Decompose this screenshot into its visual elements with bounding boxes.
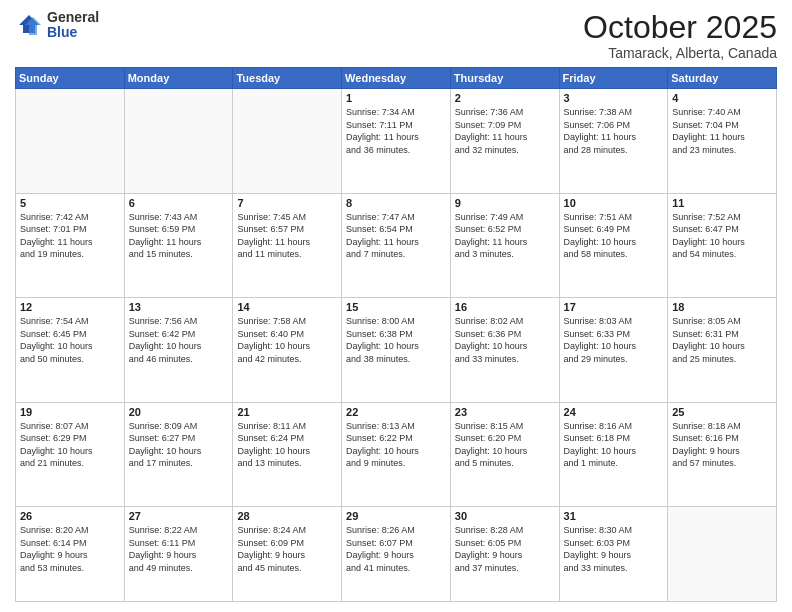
- table-row: 29Sunrise: 8:26 AM Sunset: 6:07 PM Dayli…: [342, 507, 451, 602]
- header: General Blue October 2025 Tamarack, Albe…: [15, 10, 777, 61]
- day-number: 19: [20, 406, 120, 418]
- table-row: 23Sunrise: 8:15 AM Sunset: 6:20 PM Dayli…: [450, 402, 559, 506]
- calendar-week-5: 26Sunrise: 8:20 AM Sunset: 6:14 PM Dayli…: [16, 507, 777, 602]
- page: General Blue October 2025 Tamarack, Albe…: [0, 0, 792, 612]
- table-row: 19Sunrise: 8:07 AM Sunset: 6:29 PM Dayli…: [16, 402, 125, 506]
- day-info: Sunrise: 8:22 AM Sunset: 6:11 PM Dayligh…: [129, 524, 229, 574]
- table-row: 6Sunrise: 7:43 AM Sunset: 6:59 PM Daylig…: [124, 193, 233, 297]
- day-number: 12: [20, 301, 120, 313]
- day-info: Sunrise: 8:18 AM Sunset: 6:16 PM Dayligh…: [672, 420, 772, 470]
- table-row: 27Sunrise: 8:22 AM Sunset: 6:11 PM Dayli…: [124, 507, 233, 602]
- day-info: Sunrise: 7:42 AM Sunset: 7:01 PM Dayligh…: [20, 211, 120, 261]
- table-row: 8Sunrise: 7:47 AM Sunset: 6:54 PM Daylig…: [342, 193, 451, 297]
- table-row: 11Sunrise: 7:52 AM Sunset: 6:47 PM Dayli…: [668, 193, 777, 297]
- day-number: 9: [455, 197, 555, 209]
- day-number: 22: [346, 406, 446, 418]
- day-info: Sunrise: 8:05 AM Sunset: 6:31 PM Dayligh…: [672, 315, 772, 365]
- day-number: 30: [455, 510, 555, 522]
- calendar: Sunday Monday Tuesday Wednesday Thursday…: [15, 67, 777, 602]
- day-number: 13: [129, 301, 229, 313]
- table-row: 5Sunrise: 7:42 AM Sunset: 7:01 PM Daylig…: [16, 193, 125, 297]
- day-info: Sunrise: 7:43 AM Sunset: 6:59 PM Dayligh…: [129, 211, 229, 261]
- table-row: 17Sunrise: 8:03 AM Sunset: 6:33 PM Dayli…: [559, 298, 668, 402]
- day-info: Sunrise: 8:11 AM Sunset: 6:24 PM Dayligh…: [237, 420, 337, 470]
- day-number: 15: [346, 301, 446, 313]
- day-info: Sunrise: 8:15 AM Sunset: 6:20 PM Dayligh…: [455, 420, 555, 470]
- day-info: Sunrise: 7:52 AM Sunset: 6:47 PM Dayligh…: [672, 211, 772, 261]
- day-number: 5: [20, 197, 120, 209]
- day-info: Sunrise: 8:16 AM Sunset: 6:18 PM Dayligh…: [564, 420, 664, 470]
- table-row: 7Sunrise: 7:45 AM Sunset: 6:57 PM Daylig…: [233, 193, 342, 297]
- day-number: 23: [455, 406, 555, 418]
- table-row: 21Sunrise: 8:11 AM Sunset: 6:24 PM Dayli…: [233, 402, 342, 506]
- day-number: 21: [237, 406, 337, 418]
- day-info: Sunrise: 8:30 AM Sunset: 6:03 PM Dayligh…: [564, 524, 664, 574]
- day-info: Sunrise: 7:58 AM Sunset: 6:40 PM Dayligh…: [237, 315, 337, 365]
- table-row: 16Sunrise: 8:02 AM Sunset: 6:36 PM Dayli…: [450, 298, 559, 402]
- day-info: Sunrise: 8:28 AM Sunset: 6:05 PM Dayligh…: [455, 524, 555, 574]
- table-row: 14Sunrise: 7:58 AM Sunset: 6:40 PM Dayli…: [233, 298, 342, 402]
- table-row: [16, 89, 125, 193]
- day-number: 18: [672, 301, 772, 313]
- day-info: Sunrise: 8:20 AM Sunset: 6:14 PM Dayligh…: [20, 524, 120, 574]
- table-row: 26Sunrise: 8:20 AM Sunset: 6:14 PM Dayli…: [16, 507, 125, 602]
- day-number: 16: [455, 301, 555, 313]
- table-row: 28Sunrise: 8:24 AM Sunset: 6:09 PM Dayli…: [233, 507, 342, 602]
- col-wednesday: Wednesday: [342, 68, 451, 89]
- day-info: Sunrise: 8:09 AM Sunset: 6:27 PM Dayligh…: [129, 420, 229, 470]
- table-row: 12Sunrise: 7:54 AM Sunset: 6:45 PM Dayli…: [16, 298, 125, 402]
- day-info: Sunrise: 7:47 AM Sunset: 6:54 PM Dayligh…: [346, 211, 446, 261]
- table-row: [124, 89, 233, 193]
- table-row: 1Sunrise: 7:34 AM Sunset: 7:11 PM Daylig…: [342, 89, 451, 193]
- table-row: 24Sunrise: 8:16 AM Sunset: 6:18 PM Dayli…: [559, 402, 668, 506]
- day-info: Sunrise: 7:34 AM Sunset: 7:11 PM Dayligh…: [346, 106, 446, 156]
- col-saturday: Saturday: [668, 68, 777, 89]
- day-info: Sunrise: 8:13 AM Sunset: 6:22 PM Dayligh…: [346, 420, 446, 470]
- day-number: 20: [129, 406, 229, 418]
- day-number: 8: [346, 197, 446, 209]
- table-row: [668, 507, 777, 602]
- day-info: Sunrise: 7:54 AM Sunset: 6:45 PM Dayligh…: [20, 315, 120, 365]
- calendar-week-4: 19Sunrise: 8:07 AM Sunset: 6:29 PM Dayli…: [16, 402, 777, 506]
- table-row: 9Sunrise: 7:49 AM Sunset: 6:52 PM Daylig…: [450, 193, 559, 297]
- day-info: Sunrise: 7:40 AM Sunset: 7:04 PM Dayligh…: [672, 106, 772, 156]
- col-tuesday: Tuesday: [233, 68, 342, 89]
- col-sunday: Sunday: [16, 68, 125, 89]
- day-number: 11: [672, 197, 772, 209]
- calendar-week-3: 12Sunrise: 7:54 AM Sunset: 6:45 PM Dayli…: [16, 298, 777, 402]
- table-row: 2Sunrise: 7:36 AM Sunset: 7:09 PM Daylig…: [450, 89, 559, 193]
- calendar-header-row: Sunday Monday Tuesday Wednesday Thursday…: [16, 68, 777, 89]
- table-row: 31Sunrise: 8:30 AM Sunset: 6:03 PM Dayli…: [559, 507, 668, 602]
- day-number: 6: [129, 197, 229, 209]
- day-info: Sunrise: 7:36 AM Sunset: 7:09 PM Dayligh…: [455, 106, 555, 156]
- table-row: 10Sunrise: 7:51 AM Sunset: 6:49 PM Dayli…: [559, 193, 668, 297]
- subtitle: Tamarack, Alberta, Canada: [583, 45, 777, 61]
- day-number: 25: [672, 406, 772, 418]
- day-number: 29: [346, 510, 446, 522]
- day-info: Sunrise: 8:24 AM Sunset: 6:09 PM Dayligh…: [237, 524, 337, 574]
- table-row: 4Sunrise: 7:40 AM Sunset: 7:04 PM Daylig…: [668, 89, 777, 193]
- month-title: October 2025: [583, 10, 777, 45]
- day-info: Sunrise: 7:49 AM Sunset: 6:52 PM Dayligh…: [455, 211, 555, 261]
- table-row: 13Sunrise: 7:56 AM Sunset: 6:42 PM Dayli…: [124, 298, 233, 402]
- day-number: 28: [237, 510, 337, 522]
- day-number: 1: [346, 92, 446, 104]
- day-number: 24: [564, 406, 664, 418]
- day-info: Sunrise: 7:56 AM Sunset: 6:42 PM Dayligh…: [129, 315, 229, 365]
- day-info: Sunrise: 8:00 AM Sunset: 6:38 PM Dayligh…: [346, 315, 446, 365]
- day-number: 3: [564, 92, 664, 104]
- table-row: 18Sunrise: 8:05 AM Sunset: 6:31 PM Dayli…: [668, 298, 777, 402]
- day-number: 26: [20, 510, 120, 522]
- day-info: Sunrise: 8:26 AM Sunset: 6:07 PM Dayligh…: [346, 524, 446, 574]
- day-number: 7: [237, 197, 337, 209]
- day-number: 4: [672, 92, 772, 104]
- day-number: 10: [564, 197, 664, 209]
- table-row: [233, 89, 342, 193]
- day-info: Sunrise: 7:51 AM Sunset: 6:49 PM Dayligh…: [564, 211, 664, 261]
- logo-icon: [15, 11, 43, 39]
- day-info: Sunrise: 8:07 AM Sunset: 6:29 PM Dayligh…: [20, 420, 120, 470]
- table-row: 22Sunrise: 8:13 AM Sunset: 6:22 PM Dayli…: [342, 402, 451, 506]
- logo: General Blue: [15, 10, 99, 41]
- day-info: Sunrise: 7:38 AM Sunset: 7:06 PM Dayligh…: [564, 106, 664, 156]
- logo-blue: Blue: [47, 25, 99, 40]
